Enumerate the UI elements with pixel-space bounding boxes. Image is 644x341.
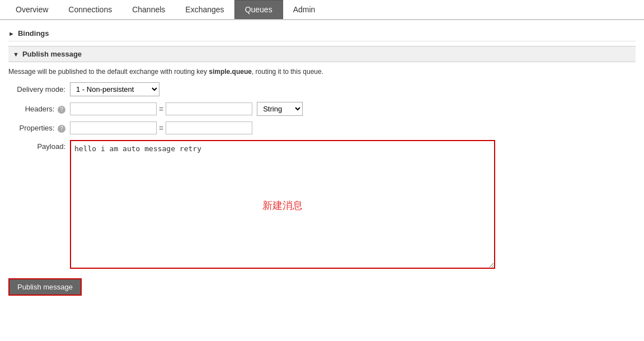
payload-container: 新建消息 bbox=[70, 140, 495, 270]
bindings-arrow-icon: ► bbox=[8, 30, 15, 37]
nav-item-channels[interactable]: Channels bbox=[122, 1, 175, 18]
properties-equals: = bbox=[159, 124, 163, 133]
nav-item-queues[interactable]: Queues bbox=[234, 0, 283, 19]
headers-value-input[interactable] bbox=[166, 102, 252, 115]
bindings-section-header[interactable]: ► Bindings bbox=[8, 26, 636, 41]
payload-row: Payload: 新建消息 bbox=[8, 140, 636, 270]
publish-section: ▼ Publish message Message will be publis… bbox=[8, 46, 636, 296]
properties-input-pair: = bbox=[70, 122, 252, 134]
properties-help-icon[interactable]: ? bbox=[58, 125, 65, 133]
headers-help-icon[interactable]: ? bbox=[58, 106, 65, 114]
headers-label: Headers: ? bbox=[8, 105, 70, 114]
delivery-mode-label: Delivery mode: bbox=[8, 85, 70, 94]
delivery-mode-row: Delivery mode: 1 - Non-persistent 2 - Pe… bbox=[8, 82, 636, 96]
headers-type-select[interactable]: String Number Boolean bbox=[257, 102, 303, 116]
publish-description: Message will be published to the default… bbox=[8, 68, 636, 76]
publish-description-prefix: Message will be published to the default… bbox=[8, 68, 209, 76]
publish-section-label: Publish message bbox=[22, 50, 82, 58]
payload-input[interactable] bbox=[70, 140, 495, 269]
publish-routing-key: simple.queue bbox=[209, 68, 252, 76]
properties-key-input[interactable] bbox=[70, 122, 157, 134]
top-nav: Overview Connections Channels Exchanges … bbox=[0, 0, 644, 20]
properties-label: Properties: ? bbox=[8, 124, 70, 133]
publish-description-suffix: , routing it to this queue. bbox=[252, 68, 323, 76]
payload-label: Payload: bbox=[8, 140, 70, 151]
bindings-label: Bindings bbox=[18, 29, 49, 38]
headers-input-pair: = String Number Boolean bbox=[70, 102, 303, 116]
properties-row: Properties: ? = bbox=[8, 122, 636, 134]
nav-item-exchanges[interactable]: Exchanges bbox=[175, 1, 234, 18]
nav-item-admin[interactable]: Admin bbox=[283, 1, 326, 18]
headers-row: Headers: ? = String Number Boolean bbox=[8, 102, 636, 116]
page-content: ► Bindings ▼ Publish message Message wil… bbox=[0, 20, 644, 301]
publish-message-button[interactable]: Publish message bbox=[8, 278, 82, 296]
nav-item-connections[interactable]: Connections bbox=[58, 1, 122, 18]
headers-key-input[interactable] bbox=[70, 102, 157, 115]
publish-arrow-icon: ▼ bbox=[13, 51, 19, 58]
headers-equals: = bbox=[159, 105, 163, 114]
properties-value-input[interactable] bbox=[166, 122, 252, 134]
nav-item-overview[interactable]: Overview bbox=[6, 1, 58, 18]
publish-section-header[interactable]: ▼ Publish message bbox=[8, 46, 636, 62]
delivery-mode-select[interactable]: 1 - Non-persistent 2 - Persistent bbox=[70, 82, 159, 96]
